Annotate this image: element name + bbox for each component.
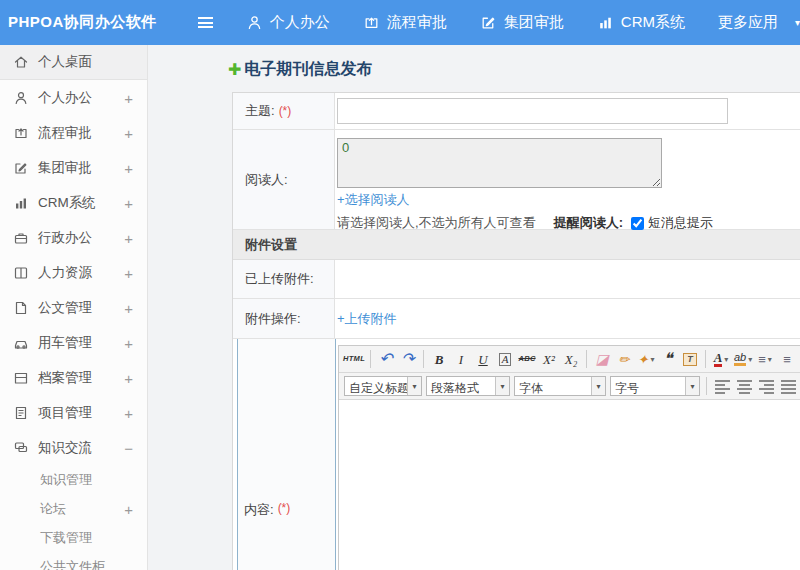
- sidebar-subitem-knowledge-management[interactable]: 知识管理: [0, 465, 147, 494]
- format-brush-button[interactable]: ✏: [614, 348, 634, 370]
- sidebar-item-archive-management[interactable]: 档案管理 +: [0, 360, 147, 395]
- expand-toggle[interactable]: +: [124, 334, 133, 351]
- dropdown-caret-icon[interactable]: ▾: [748, 355, 752, 364]
- subscript-button[interactable]: X₂: [561, 348, 581, 370]
- sidebar-item-human-resources[interactable]: 人力资源 +: [0, 255, 147, 290]
- hamburger-menu-icon[interactable]: [198, 17, 213, 28]
- expand-toggle[interactable]: +: [124, 194, 133, 211]
- paragraph-select[interactable]: 段落格式 ▾: [426, 376, 510, 396]
- nav-more-apps[interactable]: 更多应用 ▾: [718, 13, 800, 32]
- required-mark: (*): [278, 501, 291, 519]
- toolbar-separator: [370, 350, 371, 368]
- unordered-list-button[interactable]: ≡: [777, 348, 797, 370]
- attachment-settings-header: 附件设置: [233, 230, 800, 260]
- nav-workflow-approval[interactable]: 流程审批: [363, 13, 447, 32]
- align-center-button[interactable]: [734, 375, 754, 397]
- required-mark: (*): [279, 104, 292, 118]
- dropdown-caret-icon[interactable]: ▾: [768, 355, 772, 364]
- editor-content-area[interactable]: [339, 400, 800, 570]
- expand-toggle[interactable]: −: [124, 439, 133, 456]
- italic-button[interactable]: I: [451, 348, 471, 370]
- align-right-button[interactable]: [756, 375, 776, 397]
- remind-readers-label: 提醒阅读人:: [554, 214, 623, 232]
- user-icon: [13, 90, 29, 106]
- editor-toolbar-row1: HTML ↶ ↷ B: [339, 346, 800, 373]
- paste-template-button[interactable]: T: [680, 348, 700, 370]
- font-color-button[interactable]: A ▾: [711, 348, 731, 370]
- html-source-button[interactable]: HTML: [343, 348, 365, 370]
- page-title: ✚ 电子期刊信息发布: [228, 59, 800, 80]
- expand-toggle[interactable]: +: [124, 124, 133, 141]
- sidebar-item-personal-office[interactable]: 个人办公 +: [0, 80, 147, 115]
- expand-toggle[interactable]: +: [124, 299, 133, 316]
- sidebar-subitem-download-management[interactable]: 下载管理: [0, 523, 147, 552]
- bold-button[interactable]: B: [429, 348, 449, 370]
- edit-icon: [13, 160, 29, 176]
- uploaded-attachments-value: [335, 260, 800, 298]
- select-readers-link[interactable]: +选择阅读人: [337, 191, 410, 209]
- sms-checkbox[interactable]: [631, 217, 644, 230]
- nav-group-approval[interactable]: 集团审批: [480, 13, 564, 32]
- sidebar-subitem-forum[interactable]: 论坛 +: [0, 494, 147, 523]
- font-size-select[interactable]: 字号 ▾: [610, 376, 700, 396]
- remove-format-button[interactable]: ◪: [592, 348, 612, 370]
- home-icon: [13, 54, 29, 70]
- upload-attachment-link[interactable]: +上传附件: [337, 310, 397, 328]
- main-content: ✚ 电子期刊信息发布 主题:(*) 阅读人: +选择阅读人 请选择阅读人,不选为…: [148, 45, 800, 570]
- strikethrough-button[interactable]: ABC: [517, 348, 537, 370]
- magic-wand-button[interactable]: ✦ ▾: [636, 348, 656, 370]
- superscript-button[interactable]: X²: [539, 348, 559, 370]
- align-left-button[interactable]: [712, 375, 732, 397]
- expand-toggle[interactable]: +: [124, 264, 133, 281]
- expand-toggle[interactable]: +: [124, 369, 133, 386]
- redo-button[interactable]: ↷: [398, 348, 418, 370]
- font-family-select[interactable]: 字体 ▾: [514, 376, 606, 396]
- expand-toggle[interactable]: +: [124, 404, 133, 421]
- nav-crm-system[interactable]: CRM系统: [597, 13, 685, 32]
- blockquote-button[interactable]: ❝: [658, 348, 678, 370]
- expand-toggle[interactable]: +: [124, 89, 133, 106]
- readers-textarea[interactable]: [337, 138, 662, 188]
- sidebar-item-vehicle-management[interactable]: 用车管理 +: [0, 325, 147, 360]
- highlight-color-button[interactable]: ab ▾: [733, 348, 753, 370]
- chat-icon: [13, 440, 29, 456]
- sidebar-item-document-management[interactable]: 公文管理 +: [0, 290, 147, 325]
- sidebar-item-personal-desktop[interactable]: 个人桌面: [0, 45, 147, 80]
- sidebar-item-project-management[interactable]: 项目管理 +: [0, 395, 147, 430]
- toolbar-separator: [586, 350, 587, 368]
- expand-toggle[interactable]: +: [124, 500, 133, 517]
- book-icon: [13, 265, 29, 281]
- readers-hint: 请选择阅读人,不选为所有人可查看: [337, 214, 536, 232]
- dropdown-caret-icon[interactable]: ▾: [591, 377, 605, 395]
- sidebar-item-group-approval[interactable]: 集团审批 +: [0, 150, 147, 185]
- sidebar-item-admin-office[interactable]: 行政办公 +: [0, 220, 147, 255]
- sms-label: 短消息提示: [648, 214, 713, 232]
- dropdown-caret-icon[interactable]: ▾: [495, 377, 509, 395]
- sidebar-item-crm-system[interactable]: CRM系统 +: [0, 185, 147, 220]
- toolbar-separator: [705, 350, 706, 368]
- nav-personal-office[interactable]: 个人办公: [246, 13, 330, 32]
- caret-down-icon[interactable]: ▾: [795, 17, 800, 28]
- justify-button[interactable]: [778, 375, 798, 397]
- flow-icon: [363, 14, 380, 31]
- undo-button[interactable]: ↶: [376, 348, 396, 370]
- uploaded-attachments-label: 已上传附件:: [233, 260, 335, 298]
- project-icon: [13, 405, 29, 421]
- dropdown-caret-icon[interactable]: ▾: [650, 355, 654, 364]
- add-icon: ✚: [228, 60, 241, 79]
- heading-select[interactable]: 自定义标题 ▾: [344, 376, 422, 396]
- sidebar-item-knowledge-exchange[interactable]: 知识交流 −: [0, 430, 147, 465]
- dropdown-caret-icon[interactable]: ▾: [685, 377, 699, 395]
- dropdown-caret-icon[interactable]: ▾: [407, 377, 421, 395]
- underline-button[interactable]: U: [473, 348, 493, 370]
- subject-label: 主题:(*): [233, 93, 335, 129]
- sidebar-subitem-public-file-cabinet[interactable]: 公共文件柜: [0, 552, 147, 570]
- font-style-button[interactable]: A: [495, 348, 515, 370]
- sidebar-item-workflow-approval[interactable]: 流程审批 +: [0, 115, 147, 150]
- ordered-list-button[interactable]: ≡ ▾: [755, 348, 775, 370]
- expand-toggle[interactable]: +: [124, 159, 133, 176]
- expand-toggle[interactable]: +: [124, 229, 133, 246]
- subject-input[interactable]: [337, 98, 728, 124]
- publish-form: 主题:(*) 阅读人: +选择阅读人 请选择阅读人,不选为所有人可查看 提醒阅读…: [232, 92, 800, 570]
- dropdown-caret-icon[interactable]: ▾: [724, 355, 728, 364]
